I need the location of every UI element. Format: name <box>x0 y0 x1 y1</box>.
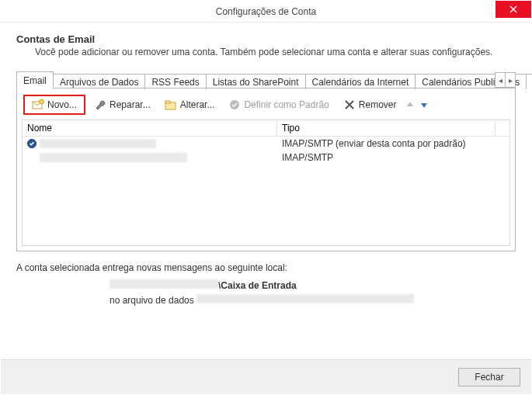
account-settings-window: Configurações de Conta Contas de Email V… <box>0 0 532 395</box>
titlebar: Configurações de Conta <box>1 1 531 23</box>
move-down-button[interactable] <box>419 99 429 110</box>
default-account-icon <box>27 139 37 148</box>
account-type: IMAP/SMTP (enviar desta conta por padrão… <box>282 138 505 149</box>
dialog-footer: Fechar <box>1 359 531 394</box>
repair-button[interactable]: Reparar... <box>89 96 156 113</box>
col-header-type[interactable]: Tipo <box>277 120 495 136</box>
svg-point-1 <box>40 99 44 104</box>
folder-change-icon <box>165 99 177 111</box>
window-close-button[interactable] <box>495 1 531 18</box>
col-header-name[interactable]: Nome <box>23 120 277 136</box>
check-circle-icon <box>228 99 241 111</box>
remove-button-label: Remover <box>359 99 397 110</box>
highlight-new: Novo... <box>23 95 85 115</box>
move-up-button[interactable] <box>405 99 416 110</box>
table-body: IMAP/SMTP (enviar desta conta por padrão… <box>23 137 509 245</box>
email-panel: Novo... Reparar... Alterar... <box>16 88 516 251</box>
remove-x-icon <box>343 99 356 111</box>
window-title: Configurações de Conta <box>216 6 316 17</box>
delivery-account-redacted <box>110 279 218 289</box>
tab-email[interactable]: Email <box>16 71 54 88</box>
tab-data-files[interactable]: Arquivos de Dados <box>53 74 145 89</box>
change-button[interactable]: Alterar... <box>159 96 221 113</box>
table-row[interactable]: IMAP/SMTP <box>23 151 509 165</box>
tab-scroll-right[interactable]: ▸ <box>505 72 516 88</box>
new-button[interactable]: Novo... <box>26 96 82 113</box>
table-header: Nome Tipo <box>23 120 509 137</box>
tab-internet-calendars[interactable]: Calendários da Internet <box>305 74 416 89</box>
content-area: Contas de Email Você pode adicionar ou r… <box>1 23 531 359</box>
tab-sharepoint-lists[interactable]: Listas do SharePoint <box>206 74 306 89</box>
close-button[interactable]: Fechar <box>458 368 520 386</box>
tab-rss-feeds[interactable]: RSS Feeds <box>144 74 206 89</box>
wrench-icon <box>94 99 106 111</box>
accounts-table: Nome Tipo IMAP/SMTP (enviar desta conta … <box>22 120 510 246</box>
delivery-path-redacted <box>196 294 414 303</box>
envelope-new-icon <box>32 99 44 111</box>
delivery-intro: A conta selecionada entrega novas mensag… <box>16 262 516 273</box>
account-name-redacted <box>40 139 156 148</box>
tab-scroll-left[interactable]: ◂ <box>495 72 506 88</box>
col-header-spacer <box>495 120 509 136</box>
set-default-button[interactable]: Definir como Padrão <box>223 96 334 113</box>
delivery-inbox-suffix: \Caixa de Entrada <box>218 280 297 291</box>
remove-button[interactable]: Remover <box>338 96 402 113</box>
close-icon <box>509 5 517 13</box>
section-subtitle: Você pode adicionar ou remover uma conta… <box>35 47 516 57</box>
delivery-location: A conta selecionada entrega novas mensag… <box>16 262 516 306</box>
svg-rect-3 <box>165 101 170 103</box>
account-name-redacted <box>40 153 187 162</box>
toolbar: Novo... Reparar... Alterar... <box>22 93 510 118</box>
delivery-path-prefix: no arquivo de dados <box>110 295 196 306</box>
table-row[interactable]: IMAP/SMTP (enviar desta conta por padrão… <box>23 137 509 151</box>
repair-button-label: Reparar... <box>110 99 151 110</box>
set-default-button-label: Definir como Padrão <box>244 99 329 110</box>
change-button-label: Alterar... <box>180 99 215 110</box>
section-title: Contas de Email <box>16 33 516 45</box>
new-button-label: Novo... <box>47 99 77 110</box>
tab-overflow[interactable]: Ca <box>526 74 532 89</box>
tab-bar: Email Arquivos de Dados RSS Feeds Listas… <box>16 71 516 88</box>
account-type: IMAP/SMTP <box>282 152 505 163</box>
